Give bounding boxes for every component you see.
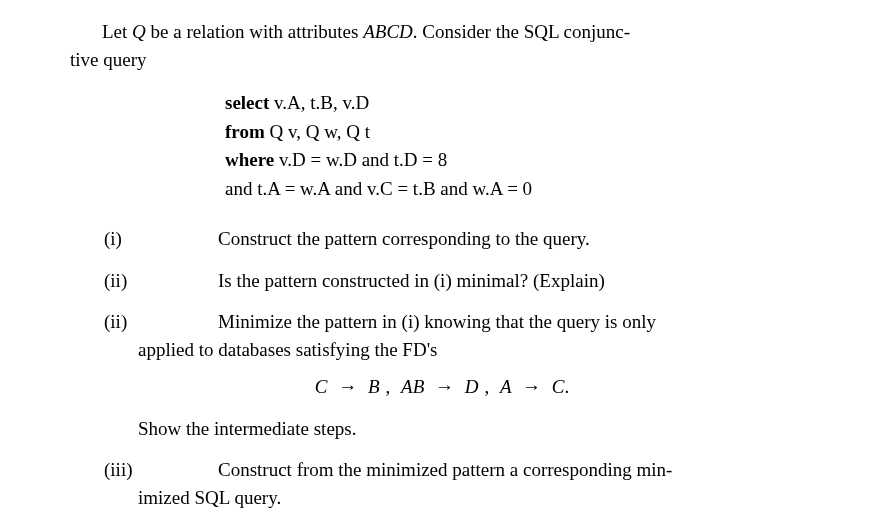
where-keyword: where bbox=[225, 149, 274, 170]
item-body: Construct the pattern corresponding to t… bbox=[188, 225, 814, 253]
fd-c: C bbox=[315, 376, 328, 397]
item-label: (i) bbox=[70, 225, 188, 253]
item-ii2: (ii) Minimize the pattern in (i) knowing… bbox=[70, 308, 814, 363]
query-select-line: select v.A, t.B, v.D bbox=[225, 89, 814, 118]
item-body-line1: Construct from the minimized pattern a c… bbox=[188, 456, 814, 484]
from-args: Q v, Q w, Q t bbox=[265, 121, 370, 142]
select-args: v.A, t.B, v.D bbox=[269, 92, 369, 113]
sql-query-block: select v.A, t.B, v.D from Q v, Q w, Q t … bbox=[225, 89, 814, 203]
comma: , bbox=[380, 376, 402, 397]
text: Let bbox=[102, 21, 132, 42]
item-body-line1: Minimize the pattern in (i) knowing that… bbox=[188, 308, 814, 336]
intro-line1: Let Q be a relation with attributes ABCD… bbox=[70, 18, 814, 46]
intro-paragraph: Let Q be a relation with attributes ABCD… bbox=[70, 18, 814, 73]
item-label: (ii) bbox=[70, 267, 188, 295]
fd-d: D bbox=[465, 376, 479, 397]
query-and-line: and t.A = w.A and v.C = t.B and w.A = 0 bbox=[225, 175, 814, 204]
item-body-line2: imized SQL query. bbox=[138, 484, 814, 512]
fd-equation: C → B, AB → D, A → C. bbox=[70, 373, 814, 401]
fd-c2: C bbox=[552, 376, 565, 397]
period: . bbox=[564, 376, 569, 397]
comma: , bbox=[479, 376, 501, 397]
show-steps-text: Show the intermediate steps. bbox=[138, 415, 814, 443]
arrow-icon: → bbox=[429, 376, 460, 397]
arrow-icon: → bbox=[516, 376, 547, 397]
arrow-icon: → bbox=[332, 376, 363, 397]
item-ii: (ii) Is the pattern constructed in (i) m… bbox=[70, 267, 814, 295]
text: . Consider the SQL conjunc- bbox=[413, 21, 630, 42]
var-q: Q bbox=[132, 21, 146, 42]
item-iii: (iii) Construct from the minimized patte… bbox=[70, 456, 814, 511]
select-keyword: select bbox=[225, 92, 269, 113]
text: be a relation with attributes bbox=[146, 21, 363, 42]
item-label: (iii) bbox=[70, 456, 188, 484]
item-i: (i) Construct the pattern corresponding … bbox=[70, 225, 814, 253]
fd-b: B bbox=[368, 376, 380, 397]
fd-a: A bbox=[500, 376, 511, 397]
item-body-line2: applied to databases satisfying the FD's bbox=[138, 336, 814, 364]
fd-ab: AB bbox=[401, 376, 424, 397]
var-abcd: ABCD bbox=[363, 21, 413, 42]
intro-line2: tive query bbox=[70, 46, 814, 74]
item-body: Is the pattern constructed in (i) minima… bbox=[188, 267, 814, 295]
where-args: v.D = w.D and t.D = 8 bbox=[274, 149, 447, 170]
query-where-line: where v.D = w.D and t.D = 8 bbox=[225, 146, 814, 175]
from-keyword: from bbox=[225, 121, 265, 142]
query-from-line: from Q v, Q w, Q t bbox=[225, 118, 814, 147]
item-label: (ii) bbox=[70, 308, 188, 336]
